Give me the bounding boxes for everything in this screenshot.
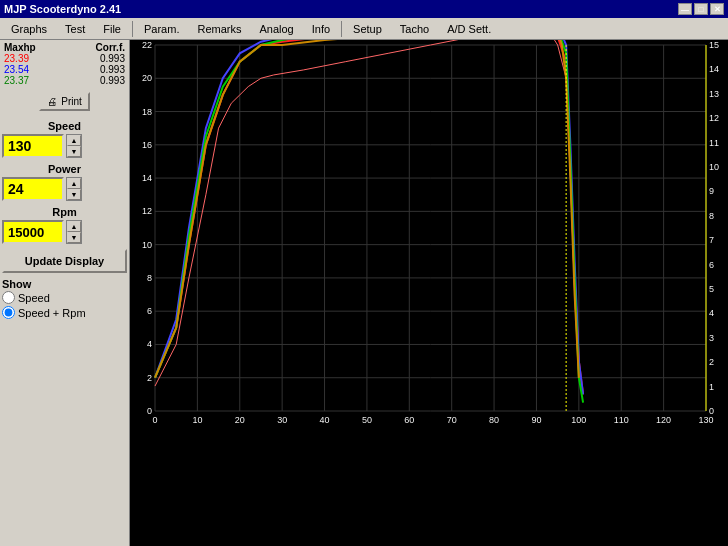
speed-label: Speed: [2, 120, 127, 132]
rpm-spinner: ▲ ▼: [66, 220, 82, 244]
stat-corr-2: 0.993: [100, 64, 125, 75]
menu-bar: Graphs Test File Param. Remarks Analog I…: [0, 18, 728, 40]
rpm-up-button[interactable]: ▲: [67, 221, 81, 232]
stat-val-1: 23.39: [4, 53, 29, 64]
main-container: Maxhp Corr.f. 23.39 0.993 23.54 0.993 23…: [0, 40, 728, 546]
show-speedrpm-label: Speed + Rpm: [18, 307, 86, 319]
show-speedrpm-row: Speed + Rpm: [2, 306, 127, 319]
show-speed-radio[interactable]: [2, 291, 15, 304]
update-display-button[interactable]: Update Display: [2, 249, 127, 273]
power-row: 24 ▲ ▼: [2, 177, 127, 201]
power-up-button[interactable]: ▲: [67, 178, 81, 189]
rpm-row: 15000 ▲ ▼: [2, 220, 127, 244]
power-down-button[interactable]: ▼: [67, 189, 81, 200]
show-speed-row: Speed: [2, 291, 127, 304]
speed-up-button[interactable]: ▲: [67, 135, 81, 146]
menu-separator-1: [132, 21, 133, 37]
show-speedrpm-radio[interactable]: [2, 306, 15, 319]
dyno-chart-canvas: [130, 40, 728, 431]
menu-file[interactable]: File: [94, 20, 130, 38]
power-label: Power: [2, 163, 127, 175]
menu-info[interactable]: Info: [303, 20, 339, 38]
rpm-down-button[interactable]: ▼: [67, 232, 81, 243]
power-value: 24: [2, 177, 64, 201]
menu-adsett[interactable]: A/D Sett.: [438, 20, 500, 38]
show-label: Show: [2, 278, 127, 290]
app-title: MJP Scooterdyno 2.41: [4, 3, 121, 15]
speed-value: 130: [2, 134, 64, 158]
window-controls: — □ ✕: [678, 3, 724, 15]
menu-analog[interactable]: Analog: [250, 20, 302, 38]
show-speed-label: Speed: [18, 292, 50, 304]
title-bar: MJP Scooterdyno 2.41 — □ ✕: [0, 0, 728, 18]
power-spinner: ▲ ▼: [66, 177, 82, 201]
left-panel: Maxhp Corr.f. 23.39 0.993 23.54 0.993 23…: [0, 40, 130, 546]
rpm-value: 15000: [2, 220, 64, 244]
menu-param[interactable]: Param.: [135, 20, 188, 38]
menu-separator-2: [341, 21, 342, 37]
speed-spinner: ▲ ▼: [66, 134, 82, 158]
stat-corr-3: 0.993: [100, 75, 125, 86]
maximize-button[interactable]: □: [694, 3, 708, 15]
stat-corr-1: 0.993: [100, 53, 125, 64]
menu-graphs[interactable]: Graphs: [2, 20, 56, 38]
menu-test[interactable]: Test: [56, 20, 94, 38]
maxhp-header: Maxhp: [4, 42, 36, 53]
rpm-label: Rpm: [2, 206, 127, 218]
corrf-header: Corr.f.: [96, 42, 125, 53]
menu-remarks[interactable]: Remarks: [188, 20, 250, 38]
close-button[interactable]: ✕: [710, 3, 724, 15]
minimize-button[interactable]: —: [678, 3, 692, 15]
printer-icon: 🖨: [47, 96, 57, 107]
menu-setup[interactable]: Setup: [344, 20, 391, 38]
chart-area: [130, 40, 728, 546]
speed-down-button[interactable]: ▼: [67, 146, 81, 157]
stat-val-3: 23.37: [4, 75, 29, 86]
print-button[interactable]: 🖨 Print: [39, 92, 90, 111]
stat-val-2: 23.54: [4, 64, 29, 75]
menu-tacho[interactable]: Tacho: [391, 20, 438, 38]
speed-row: 130 ▲ ▼: [2, 134, 127, 158]
